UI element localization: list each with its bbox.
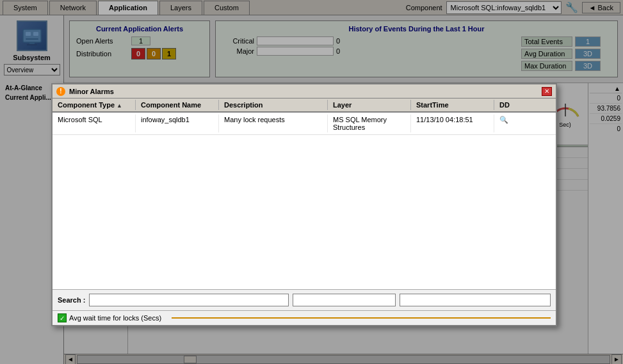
search-detail-icon: 🔍 — [499, 116, 508, 123]
legend-line — [172, 317, 551, 319]
minor-alarms-modal: ! Minor Alarms ✕ Component Type ▲ Compon… — [51, 83, 557, 326]
checkbox-avg-wait[interactable]: ✓ — [58, 313, 67, 322]
modal-table: Component Type ▲ Component Name Descript… — [53, 99, 556, 289]
modal-empty-area — [53, 135, 556, 231]
modal-title-text: Minor Alarms — [69, 88, 542, 95]
modal-titlebar: ! Minor Alarms ✕ — [53, 84, 556, 99]
th-description[interactable]: Description — [219, 100, 328, 110]
th-starttime[interactable]: StartTime — [411, 100, 494, 110]
modal-search-bar: Search : — [53, 289, 556, 310]
modal-table-header: Component Type ▲ Component Name Descript… — [53, 99, 556, 113]
checkbox-label: Avg wait time for locks (Secs) — [69, 314, 161, 322]
td-component-name: infoway_sqldb1 — [136, 115, 219, 132]
th-component-type[interactable]: Component Type ▲ — [53, 100, 136, 110]
td-layer: MS SQL Memory Structures — [328, 115, 411, 132]
sort-arrow-icon: ▲ — [117, 102, 122, 109]
th-layer[interactable]: Layer — [328, 100, 411, 110]
search-input-3[interactable] — [400, 294, 551, 306]
modal-close-button[interactable]: ✕ — [542, 87, 552, 96]
td-starttime: 11/13/10 04:18:51 — [411, 115, 494, 132]
modal-overlay: ! Minor Alarms ✕ Component Type ▲ Compon… — [0, 0, 623, 364]
search-input-2[interactable] — [293, 294, 396, 306]
th-component-name[interactable]: Component Name — [136, 100, 219, 110]
checkbox-wrapper: ✓ Avg wait time for locks (Secs) — [58, 313, 161, 322]
td-description: Many lock requests — [219, 115, 328, 132]
td-dd-icon[interactable]: 🔍 — [494, 115, 520, 132]
modal-warning-icon: ! — [56, 87, 65, 96]
search-label: Search : — [58, 296, 85, 304]
modal-data-row: Microsoft SQL infoway_sqldb1 Many lock r… — [53, 113, 556, 135]
th-dd[interactable]: DD — [494, 100, 520, 110]
search-input-1[interactable] — [89, 294, 289, 306]
td-component-type: Microsoft SQL — [53, 115, 136, 132]
modal-bottom: ✓ Avg wait time for locks (Secs) — [53, 310, 556, 325]
